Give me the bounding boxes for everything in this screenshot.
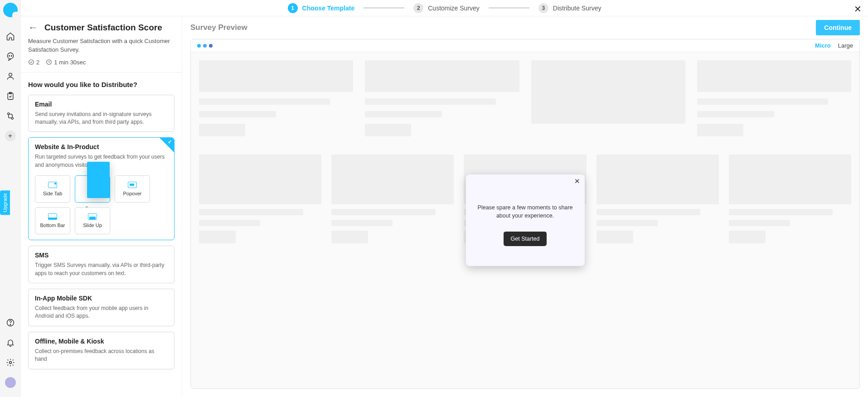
- dist-option-sdk[interactable]: In-App Mobile SDK Collect feedback from …: [28, 289, 175, 326]
- dist-option-title: Email: [35, 101, 168, 108]
- add-button[interactable]: +: [5, 131, 16, 141]
- step-label: Distribute Survey: [553, 5, 601, 12]
- dist-option-desc: Collect feedback from your mobile app us…: [35, 305, 168, 320]
- distribute-question: How would you like to Distribute?: [28, 81, 175, 88]
- step-number: 1: [288, 3, 298, 13]
- dist-option-sms[interactable]: SMS Trigger SMS Surveys manually, via AP…: [28, 246, 175, 283]
- dist-option-email[interactable]: Email Send survey invitations and in-sig…: [28, 95, 175, 132]
- dist-option-website[interactable]: Website & In-Product Run targeted survey…: [28, 137, 175, 240]
- subopt-bottombar[interactable]: Bottom Bar: [35, 207, 70, 234]
- step-label: Customize Survey: [428, 5, 480, 12]
- upgrade-tab[interactable]: Upgrade: [0, 190, 10, 215]
- meta-questions: 2: [28, 59, 39, 66]
- main: 1 Choose Template 2 Customize Survey 3 D…: [21, 0, 868, 397]
- popup-text: Please spare a few moments to share abou…: [477, 203, 574, 220]
- dist-option-title: Offline, Mobile & Kiosk: [35, 338, 168, 345]
- dist-option-desc: Collect on-premises feedback across loca…: [35, 348, 168, 363]
- popup-close-icon[interactable]: ✕: [574, 177, 580, 185]
- svg-point-11: [29, 60, 34, 65]
- user-icon[interactable]: [5, 71, 16, 82]
- dist-option-desc: Send survey invitations and in-signature…: [35, 111, 168, 126]
- popup-icon: [87, 162, 110, 198]
- meta-duration-value: 1 min 30sec: [54, 59, 86, 66]
- subopt-label: Side Tab: [43, 191, 63, 196]
- page-description: Measure Customer Satisfaction with a qui…: [28, 37, 175, 54]
- stepper: 1 Choose Template 2 Customize Survey 3 D…: [21, 0, 868, 16]
- subopt-popup[interactable]: Popup: [75, 175, 110, 203]
- avatar[interactable]: [5, 377, 16, 388]
- website-subopts: Side Tab Popup Popover: [35, 175, 168, 234]
- svg-point-1: [9, 55, 10, 56]
- svg-point-2: [11, 55, 12, 56]
- step-label: Choose Template: [302, 5, 355, 12]
- step-number: 2: [413, 3, 423, 13]
- preview-title: Survey Preview: [190, 23, 247, 32]
- step-choose-template[interactable]: 1 Choose Template: [288, 3, 355, 13]
- gear-icon[interactable]: [5, 357, 16, 368]
- back-arrow-icon[interactable]: ←: [28, 23, 38, 33]
- step-distribute-survey[interactable]: 3 Distribute Survey: [538, 3, 601, 13]
- subopt-label: Bottom Bar: [40, 223, 65, 228]
- size-micro-tab[interactable]: Micro: [815, 42, 831, 49]
- svg-point-10: [9, 362, 11, 364]
- compare-icon[interactable]: [5, 111, 16, 121]
- dist-option-title: Website & In-Product: [35, 143, 168, 150]
- brand-logo[interactable]: [3, 3, 18, 17]
- dist-option-title: In-App Mobile SDK: [35, 295, 168, 302]
- bell-icon[interactable]: [5, 337, 16, 348]
- page-title: Customer Satisfaction Score: [44, 23, 162, 33]
- step-customize-survey[interactable]: 2 Customize Survey: [413, 3, 480, 13]
- svg-point-3: [9, 73, 12, 76]
- svg-point-0: [7, 53, 13, 59]
- close-icon[interactable]: ✕: [854, 4, 862, 15]
- step-number: 3: [538, 3, 548, 13]
- continue-button[interactable]: Continue: [816, 20, 860, 35]
- dist-option-desc: Trigger SMS Surveys manually, via APIs o…: [35, 261, 168, 277]
- svg-point-9: [10, 324, 10, 325]
- slideup-icon: [88, 213, 97, 220]
- chat-icon[interactable]: [5, 51, 16, 62]
- selected-check-icon: [160, 138, 174, 152]
- sidetab-icon: [48, 182, 57, 188]
- right-area: Survey Preview Continue Micro Large: [182, 16, 868, 397]
- meta-questions-value: 2: [36, 59, 39, 66]
- step-divider: [364, 8, 404, 8]
- home-icon[interactable]: [5, 31, 16, 42]
- preview-body: ✕ Please spare a few moments to share ab…: [191, 52, 859, 388]
- popover-icon: [128, 182, 137, 188]
- get-started-button[interactable]: Get Started: [504, 232, 547, 246]
- help-icon[interactable]: [5, 317, 16, 328]
- preview-shell: Micro Large: [190, 39, 860, 389]
- meta-duration: 1 min 30sec: [46, 59, 86, 66]
- subopt-popover[interactable]: Popover: [115, 175, 150, 203]
- left-panel: ← Customer Satisfaction Score Measure Cu…: [21, 16, 182, 397]
- subopt-sidetab[interactable]: Side Tab: [35, 175, 70, 203]
- step-divider: [489, 8, 529, 8]
- left-panel-scroll[interactable]: How would you like to Distribute? Email …: [21, 73, 182, 397]
- svg-point-7: [11, 117, 13, 119]
- clipboard-icon[interactable]: [5, 91, 16, 102]
- left-panel-header: ← Customer Satisfaction Score Measure Cu…: [21, 16, 182, 73]
- subopt-label: Slide Up: [83, 223, 102, 228]
- size-large-tab[interactable]: Large: [838, 42, 853, 49]
- bottombar-icon: [48, 213, 57, 220]
- subopt-label: Popover: [123, 191, 142, 196]
- window-dots-icon: [197, 44, 213, 48]
- svg-point-6: [7, 113, 9, 115]
- subopt-slideup[interactable]: Slide Up: [75, 207, 110, 234]
- nav-rail: + Upgrade: [0, 0, 21, 397]
- dist-option-title: SMS: [35, 252, 168, 259]
- dist-option-offline[interactable]: Offline, Mobile & Kiosk Collect on-premi…: [28, 332, 175, 369]
- survey-popup: ✕ Please spare a few moments to share ab…: [466, 174, 585, 266]
